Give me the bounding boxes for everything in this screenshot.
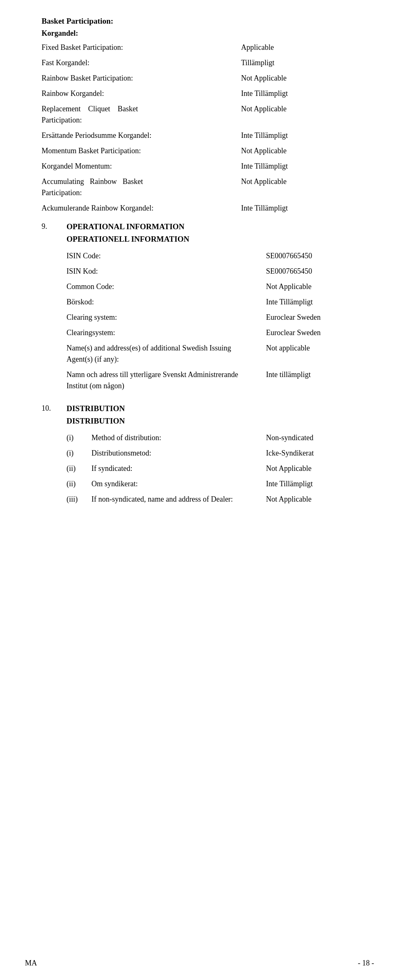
basket-participation-heading: Basket Participation: <box>42 17 366 26</box>
korgandel-heading: Korgandel: <box>42 29 366 38</box>
table-row: ISIN Kod: SE0007665450 <box>66 266 366 277</box>
table-row: Name(s) and address(es) of additional Sw… <box>66 343 366 365</box>
row-label: Rainbow Basket Participation: <box>42 73 241 84</box>
row-label: Fixed Basket Participation: <box>42 42 241 53</box>
row-num: (ii) <box>66 478 91 490</box>
row-label: Distributionsmetod: <box>91 448 266 459</box>
row-value: Inte Tillämpligt <box>266 478 366 490</box>
row-value: Not Applicable <box>266 494 366 505</box>
row-value: Inte Tillämpligt <box>266 296 366 308</box>
table-row: Accumulating Rainbow Basket Participatio… <box>42 176 366 198</box>
row-label: Name(s) and address(es) of additional Sw… <box>66 343 266 365</box>
section9-subtitle: OPERATIONELL INFORMATION <box>66 235 366 244</box>
row-label: Rainbow Korgandel: <box>42 88 241 99</box>
footer-left: MA <box>25 959 37 968</box>
row-value: Not Applicable <box>241 145 366 157</box>
row-value: Inte tillämpligt <box>266 369 366 380</box>
table-row: (iii) If non-syndicated, name and addres… <box>66 494 366 505</box>
row-value: Not Applicable <box>241 73 366 84</box>
table-row: Clearing system: Euroclear Sweden <box>66 312 366 323</box>
table-row: Ersättande Periodsumme Korgandel: Inte T… <box>42 130 366 141</box>
table-row: Ackumulerande Rainbow Korgandel: Inte Ti… <box>42 203 366 214</box>
table-row: Rainbow Korgandel: Inte Tillämpligt <box>42 88 366 99</box>
section9-block: 9. OPERATIONAL INFORMATION OPERATIONELL … <box>42 222 366 396</box>
section10-title: DISTRIBUTION <box>66 404 366 413</box>
table-row: Rainbow Basket Participation: Not Applic… <box>42 73 366 84</box>
row-label: If syndicated: <box>91 463 266 474</box>
row-label: Fast Korgandel: <box>42 57 241 69</box>
row-label: Ackumulerande Rainbow Korgandel: <box>42 203 241 214</box>
table-row: Fixed Basket Participation: Applicable <box>42 42 366 53</box>
row-value: Icke-Syndikerat <box>266 448 366 459</box>
table-row: Namn och adress till ytterligare Svenskt… <box>66 369 366 392</box>
row-value: Euroclear Sweden <box>266 327 366 338</box>
row-value: Tillämpligt <box>241 57 366 69</box>
footer-center: - 18 - <box>358 959 374 968</box>
row-label: Momentum Basket Participation: <box>42 145 241 157</box>
row-label: Ersättande Periodsumme Korgandel: <box>42 130 241 141</box>
row-label: ISIN Kod: <box>66 266 266 277</box>
row-value: SE0007665450 <box>266 250 366 262</box>
table-row: Clearingsystem: Euroclear Sweden <box>66 327 366 338</box>
row-value: Not Applicable <box>241 103 366 115</box>
row-label: Om syndikerat: <box>91 478 266 490</box>
row-value: Inte Tillämpligt <box>241 130 366 141</box>
table-row: Korgandel Momentum: Inte Tillämpligt <box>42 161 366 172</box>
section10-subtitle: DISTRIBUTION <box>66 416 366 426</box>
row-value: Non-syndicated <box>266 432 366 443</box>
row-value: Inte Tillämpligt <box>241 161 366 172</box>
row-label: Accumulating Rainbow Basket Participatio… <box>42 176 241 198</box>
row-num: (iii) <box>66 494 91 505</box>
row-label: Method of distribution: <box>91 432 266 443</box>
row-label: ISIN Code: <box>66 250 266 262</box>
row-label: Clearing system: <box>66 312 266 323</box>
row-value: Not applicable <box>266 343 366 354</box>
row-label: If non-syndicated, name and address of D… <box>91 494 266 505</box>
row-label: Clearingsystem: <box>66 327 266 338</box>
row-value: Not Applicable <box>266 463 366 474</box>
table-row: (i) Distributionsmetod: Icke-Syndikerat <box>66 448 366 459</box>
row-label: Replacement Cliquet Basket Participation… <box>42 103 241 126</box>
row-value: SE0007665450 <box>266 266 366 277</box>
table-row: (ii) Om syndikerat: Inte Tillämpligt <box>66 478 366 490</box>
row-num: (i) <box>66 448 91 459</box>
row-value: Inte Tillämpligt <box>241 88 366 99</box>
table-row: (ii) If syndicated: Not Applicable <box>66 463 366 474</box>
row-label: Common Code: <box>66 281 266 292</box>
table-row: Fast Korgandel: Tillämpligt <box>42 57 366 69</box>
section9-title: OPERATIONAL INFORMATION <box>66 222 366 231</box>
row-value: Euroclear Sweden <box>266 312 366 323</box>
table-row: (i) Method of distribution: Non-syndicat… <box>66 432 366 443</box>
section10-number: 10. <box>42 404 66 413</box>
table-row: Momentum Basket Participation: Not Appli… <box>42 145 366 157</box>
row-num: (ii) <box>66 463 91 474</box>
table-row: Replacement Cliquet Basket Participation… <box>42 103 366 126</box>
row-value: Inte Tillämpligt <box>241 203 366 214</box>
table-row: Common Code: Not Applicable <box>66 281 366 292</box>
section9-number: 9. <box>42 222 66 231</box>
page-footer: MA - 18 - <box>0 959 399 968</box>
row-value: Not Applicable <box>266 281 366 292</box>
section10-block: 10. DISTRIBUTION DISTRIBUTION (i) Method… <box>42 404 366 509</box>
table-row: ISIN Code: SE0007665450 <box>66 250 366 262</box>
row-label: Korgandel Momentum: <box>42 161 241 172</box>
row-num: (i) <box>66 432 91 443</box>
row-value: Not Applicable <box>241 176 366 187</box>
row-value: Applicable <box>241 42 366 53</box>
table-row: Börskod: Inte Tillämpligt <box>66 296 366 308</box>
row-label: Börskod: <box>66 296 266 308</box>
row-label: Namn och adress till ytterligare Svenskt… <box>66 369 266 392</box>
